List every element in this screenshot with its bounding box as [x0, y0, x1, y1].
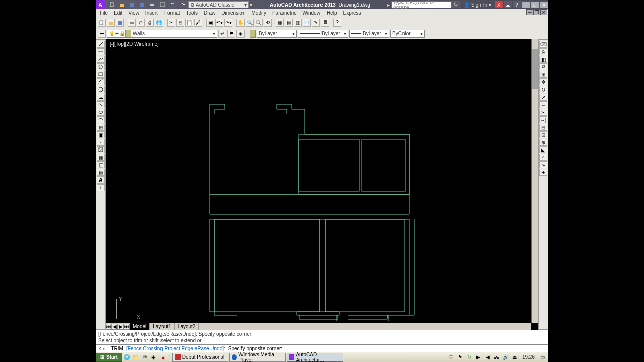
line-icon[interactable]: [97, 41, 105, 48]
zoom-realtime-icon[interactable]: 🔍: [246, 19, 254, 27]
doc-restore-button[interactable]: ❐: [533, 9, 540, 15]
ellipse-icon[interactable]: [97, 109, 105, 116]
maximize-button[interactable]: □: [530, 1, 539, 8]
block-editor-icon[interactable]: ▣: [206, 19, 214, 27]
extend-icon[interactable]: →|: [539, 116, 547, 123]
construction-line-icon[interactable]: [97, 48, 105, 55]
rotate-icon[interactable]: ↻: [539, 86, 547, 93]
plotstyle-dropdown[interactable]: ByColor▾: [390, 30, 425, 38]
tab-model[interactable]: Model: [130, 323, 150, 330]
drawing-area[interactable]: [-][Top][2D Wireframe]: [106, 39, 538, 330]
taskbar-clock[interactable]: 19:26: [519, 354, 538, 360]
outlook-icon[interactable]: ✉: [141, 353, 149, 361]
explorer-icon[interactable]: 📁: [132, 353, 140, 361]
arc-icon[interactable]: [97, 78, 105, 85]
circle-icon[interactable]: [97, 86, 105, 93]
ellipse-arc-icon[interactable]: [97, 116, 105, 123]
search-icon[interactable]: [452, 1, 460, 8]
join-icon[interactable]: ⊕: [539, 139, 547, 146]
signin-link[interactable]: 👤 Sign In▾: [461, 2, 494, 8]
layer-dropdown[interactable]: 💡 ☀ 🔓 Walls ▾: [107, 30, 217, 38]
tab-nav-next-icon[interactable]: ▶: [118, 324, 124, 330]
vertical-scrollbar[interactable]: [531, 39, 538, 323]
scale-icon[interactable]: ⤢: [539, 94, 547, 101]
close-button[interactable]: ✕: [539, 1, 548, 8]
menu-dimension[interactable]: Dimension: [221, 10, 245, 16]
tool-palettes-icon[interactable]: ▥: [294, 19, 302, 27]
make-block-icon[interactable]: ▣: [97, 131, 105, 138]
open-file-icon[interactable]: [107, 19, 115, 27]
plot-preview-icon[interactable]: [158, 1, 167, 8]
mtext-icon[interactable]: A: [97, 176, 105, 184]
copy-obj-icon[interactable]: ⎘: [539, 48, 547, 55]
insert-block-icon[interactable]: ⊞: [97, 124, 105, 131]
matchprop-icon[interactable]: 🖌: [194, 19, 202, 27]
menu-file[interactable]: File: [100, 10, 108, 16]
layer-manager-icon[interactable]: ☰: [98, 30, 106, 38]
minimize-button[interactable]: ─: [521, 1, 530, 8]
gradient-icon[interactable]: ▦: [97, 154, 105, 161]
save-file-icon[interactable]: [116, 19, 124, 27]
layer-previous-icon[interactable]: ↩: [218, 30, 226, 38]
table-icon[interactable]: ▤: [97, 169, 105, 176]
copy-icon[interactable]: ⎘: [176, 19, 184, 27]
rectangle-icon[interactable]: [97, 71, 105, 78]
revcloud-icon[interactable]: ☁: [97, 94, 105, 101]
layer-iso-icon[interactable]: ◈: [236, 30, 245, 38]
task-wmp[interactable]: Windows Media Player: [229, 353, 286, 362]
designcenter-icon[interactable]: ▤: [285, 19, 293, 27]
redo-dd-icon[interactable]: ↷▾: [224, 19, 232, 27]
plot-icon[interactable]: [128, 19, 136, 27]
menu-modify[interactable]: Modify: [252, 10, 266, 16]
publish-icon[interactable]: ⎙: [146, 19, 154, 27]
cloud-icon[interactable]: ☁: [504, 1, 512, 8]
tab-layout2[interactable]: Layout2: [175, 323, 199, 330]
menu-help[interactable]: Help: [327, 10, 337, 16]
point-icon[interactable]: ·: [97, 139, 105, 146]
chrome-icon[interactable]: ◉: [150, 353, 158, 361]
tab-layout1[interactable]: Layout1: [150, 323, 175, 330]
menu-format[interactable]: Format: [164, 10, 180, 16]
markup-icon[interactable]: ✎: [312, 19, 320, 27]
quickcalc-icon[interactable]: 🖩: [321, 19, 329, 27]
blend-icon[interactable]: ∿: [539, 161, 547, 168]
workspace-dropdown[interactable]: ⚙ AutoCAD Classic ▾: [188, 1, 249, 8]
menu-tools[interactable]: Tools: [186, 10, 198, 16]
undo-icon[interactable]: [169, 1, 177, 8]
tray-expand-icon[interactable]: ◀: [484, 353, 492, 361]
color-dropdown[interactable]: ByLayer▾: [257, 30, 297, 38]
layer-states-icon[interactable]: ⚑: [227, 30, 235, 38]
menu-express[interactable]: Express: [343, 10, 361, 16]
tab-nav-prev-icon[interactable]: ◀: [112, 324, 118, 330]
saveas-icon[interactable]: [138, 1, 146, 8]
tray-flag-icon[interactable]: ⚑: [456, 353, 464, 361]
linetype-dropdown[interactable]: ByLayer▾: [298, 30, 348, 38]
show-desktop-icon[interactable]: ▭: [538, 353, 546, 361]
tray-autodesk-icon[interactable]: ▶: [474, 353, 482, 361]
exchange-icon[interactable]: X: [495, 1, 503, 8]
doc-close-button[interactable]: ✕: [540, 9, 547, 15]
trim-icon[interactable]: ✂: [539, 109, 547, 116]
new-icon[interactable]: [108, 1, 116, 8]
task-autocad[interactable]: AutoCAD Architectur...: [287, 353, 343, 362]
add-selected-icon[interactable]: +: [97, 184, 105, 191]
command-history[interactable]: [Fence/Crossing/Project/Edge/eRase/Undo]…: [96, 330, 548, 345]
offset-icon[interactable]: ⧉: [539, 63, 547, 70]
break-at-point-icon[interactable]: ⊟: [539, 124, 547, 131]
tray-safely-remove-icon[interactable]: ⏏: [511, 353, 519, 361]
break-icon[interactable]: ⊡: [539, 131, 547, 138]
color-swatch[interactable]: [250, 30, 256, 38]
app-logo-icon[interactable]: A: [96, 0, 105, 9]
move-icon[interactable]: ✥: [539, 78, 547, 85]
mirror-icon[interactable]: ◧: [539, 56, 547, 63]
tab-nav-last-icon[interactable]: ⏭: [124, 324, 130, 330]
region-icon[interactable]: ◫: [97, 161, 105, 168]
polygon-icon[interactable]: [97, 63, 105, 70]
lineweight-dropdown[interactable]: ByLayer▾: [349, 30, 389, 38]
stretch-icon[interactable]: ↔: [539, 101, 547, 108]
tray-network-icon[interactable]: 🖧: [493, 353, 501, 361]
zoom-previous-icon[interactable]: ⟲: [264, 19, 272, 27]
spline-icon[interactable]: [97, 101, 105, 108]
open-icon[interactable]: [118, 1, 126, 8]
erase-icon[interactable]: ⌫: [539, 41, 547, 48]
